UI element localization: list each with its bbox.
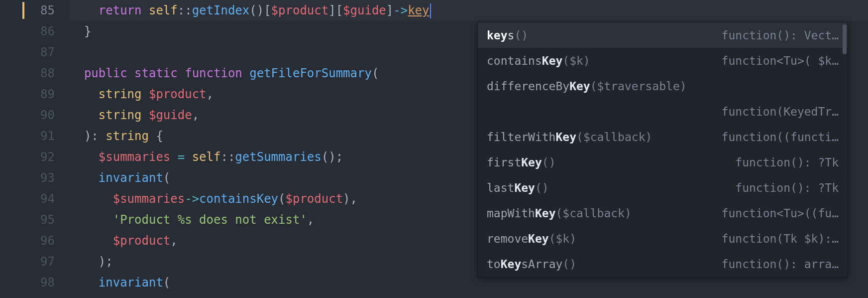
completion-hint: function(Tk $k):… (722, 232, 839, 245)
completion-label: mapWithKey($callback) (487, 207, 632, 220)
text-cursor (430, 3, 431, 18)
autocomplete-item[interactable]: removeKey($k) function(Tk $k):… (478, 226, 848, 251)
completion-label: toKeysArray() (487, 258, 576, 271)
completion-label: removeKey($k) (487, 232, 576, 245)
completion-hint: function(): Vect… (722, 29, 839, 42)
completion-hint: function((functi… (722, 131, 839, 144)
completion-label: containsKey($k) (487, 54, 590, 67)
autocomplete-item[interactable]: function(KeyedTr… (478, 99, 848, 124)
completion-hint: function(): arra… (722, 258, 839, 271)
line-number: 96 (0, 230, 55, 251)
line-number: 85 (0, 0, 55, 21)
code-area[interactable]: return self::getIndex()[$product][$guide… (70, 0, 868, 298)
autocomplete-item[interactable]: mapWithKey($callback) function<Tu>((fu… (478, 200, 848, 226)
completion-hint: function(KeyedTr… (722, 105, 839, 118)
line-number: 94 (0, 188, 55, 209)
autocomplete-item[interactable]: toKeysArray() function(): arra… (478, 251, 848, 277)
completion-hint: function<Tu>( $k… (722, 54, 839, 67)
completion-hint: function(): ?Tk (735, 181, 839, 194)
autocomplete-scrollbar[interactable] (843, 24, 847, 54)
completion-label: lastKey() (487, 181, 549, 194)
completion-hint: function<Tu>((fu… (722, 207, 839, 220)
autocomplete-item[interactable]: containsKey($k) function<Tu>( $k… (478, 48, 848, 73)
line-number: 98 (0, 272, 55, 293)
autocomplete-item[interactable]: keys() function(): Vect… (478, 22, 848, 48)
completion-label: firstKey() (487, 156, 556, 169)
line-number: 92 (0, 147, 55, 167)
completion-hint: function(): ?Tk (735, 156, 839, 169)
autocomplete-item[interactable]: lastKey() function(): ?Tk (478, 175, 848, 200)
line-number: 89 (0, 84, 55, 105)
line-number: 93 (0, 167, 55, 188)
completion-label: keys() (487, 29, 528, 42)
completion-label: filterWithKey($callback) (487, 131, 652, 144)
line-number-gutter: 85 86 87 88 89 90 91 92 93 94 95 96 97 9… (0, 0, 70, 298)
line-number: 90 (0, 105, 55, 126)
code-editor[interactable]: 85 86 87 88 89 90 91 92 93 94 95 96 97 9… (0, 0, 868, 298)
line-number: 86 (0, 21, 55, 42)
line-number: 91 (0, 126, 55, 147)
line-number: 95 (0, 209, 55, 230)
line-number: 97 (0, 251, 55, 272)
line-number: 87 (0, 42, 55, 63)
code-line[interactable]: return self::getIndex()[$product][$guide… (70, 0, 868, 21)
line-number: 88 (0, 63, 55, 84)
autocomplete-item[interactable]: filterWithKey($callback) function((funct… (478, 124, 848, 149)
autocomplete-item[interactable]: firstKey() function(): ?Tk (478, 149, 848, 175)
autocomplete-popup[interactable]: keys() function(): Vect… containsKey($k)… (477, 22, 848, 277)
completion-label: differenceByKey($traversable) (487, 80, 687, 93)
autocomplete-item[interactable]: differenceByKey($traversable) (478, 73, 848, 99)
